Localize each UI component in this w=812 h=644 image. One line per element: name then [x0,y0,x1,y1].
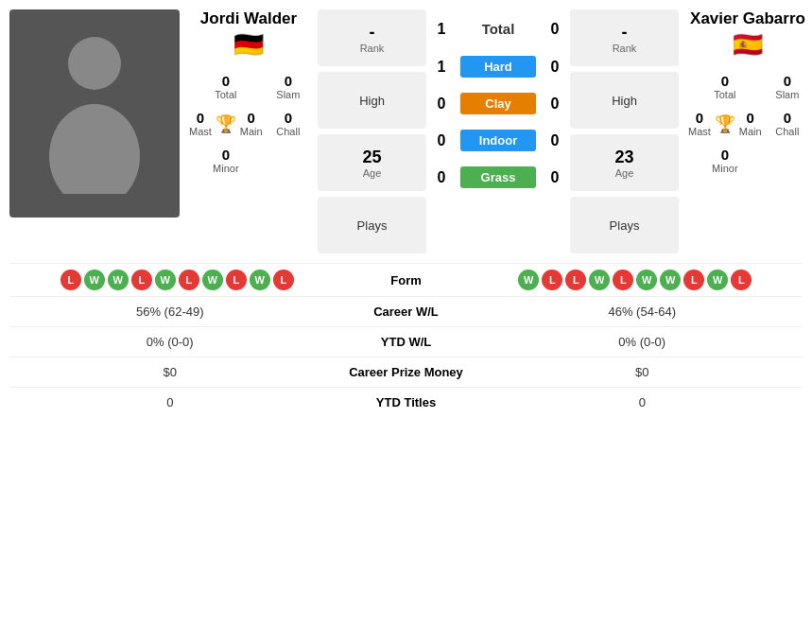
stats-right-2: $0 [492,365,794,379]
clay-badge: Clay [460,93,536,114]
form-badge-w: W [589,270,610,290]
form-badge-l: L [179,270,199,290]
stats-right-3: 0 [492,395,794,409]
left-plays-label: Plays [357,218,388,233]
right-plays-box: Plays [570,197,679,253]
right-slam-value: 0 [768,73,807,89]
left-high-box: High [318,72,426,129]
stats-row-2: $0 Career Prize Money $0 [9,357,803,387]
left-main-label: Main [240,126,263,137]
right-rank-label: Rank [613,43,637,54]
form-label: Form [345,273,468,287]
left-slam-value: 0 [268,73,308,89]
right-player-flag: 🇪🇸 [733,30,763,60]
form-badge-l: L [131,270,152,290]
grass-badge: Grass [460,166,536,188]
grass-score-row: 0 Grass 0 [432,166,564,188]
left-age-value: 25 [362,148,381,167]
left-high-label: High [359,94,385,108]
indoor-score-row: 0 Indoor 0 [432,130,564,151]
left-hard-score: 1 [432,59,451,76]
indoor-badge: Indoor [460,130,536,151]
right-age-value: 23 [614,148,633,167]
form-badge-w: W [108,270,129,290]
form-badge-l: L [542,270,562,290]
left-rank-box: - Rank [318,9,426,66]
right-indoor-score: 0 [545,132,564,149]
left-total-value: 0 [189,73,263,89]
right-total-score: 0 [545,21,564,38]
form-badge-l: L [731,270,752,290]
form-badge-l: L [226,270,247,290]
hard-score-row: 1 Hard 0 [432,56,564,78]
stats-right-0: 46% (54-64) [492,305,794,319]
right-form-badges: WLLWLWWLWL [468,270,803,290]
form-badge-l: L [565,270,586,290]
left-rank-value: - [370,23,375,43]
stats-label-2: Career Prize Money [321,365,492,379]
right-hard-score: 0 [545,59,564,76]
main-container: Jordi Walder 🇩🇪 0 Total 0 Slam 0 Mast [0,0,812,426]
right-total-label: Total [688,89,762,100]
right-grass-score: 0 [545,169,564,186]
right-high-box: High [570,72,679,129]
left-player-photo [9,9,180,218]
left-minor-label: Minor [189,163,263,174]
right-plays-label: Plays [610,218,640,233]
stats-left-2: $0 [19,365,321,379]
form-badge-w: W [202,270,223,290]
right-mast-label: Mast [688,126,711,137]
right-slam-label: Slam [768,89,807,100]
right-main-value: 0 [739,110,762,126]
left-minor-value: 0 [189,147,263,163]
right-age-label: Age [615,167,634,179]
clay-score-row: 0 Clay 0 [432,93,564,114]
stats-label-1: YTD W/L [321,335,492,349]
total-score-row: 1 Total 0 [432,17,564,41]
stats-left-0: 56% (62-49) [19,305,321,319]
right-player-name: Xavier Gabarro [690,9,805,28]
right-total-value: 0 [688,73,762,89]
stats-row-3: 0 YTD Titles 0 [9,387,803,417]
total-label: Total [460,17,536,41]
left-grass-score: 0 [432,169,451,186]
right-main-label: Main [739,126,762,137]
stats-row-1: 0% (0-0) YTD W/L 0% (0-0) [9,326,803,357]
right-rank-box: - Rank [570,9,679,66]
right-clay-score: 0 [545,96,564,113]
left-total-score: 1 [432,21,451,38]
right-minor-label: Minor [688,163,762,174]
stats-right-1: 0% (0-0) [492,335,794,349]
right-mast-value: 0 [688,110,711,126]
right-high-label: High [612,94,637,108]
form-badge-w: W [518,270,539,290]
left-age-label: Age [363,167,382,179]
left-total-label: Total [189,89,263,100]
form-badge-w: W [707,270,728,290]
right-chall-value: 0 [768,110,807,126]
right-rank-value: - [622,23,628,43]
form-badge-w: W [660,270,681,290]
svg-point-1 [49,104,140,194]
stats-left-1: 0% (0-0) [19,335,321,349]
stats-label-0: Career W/L [321,305,492,319]
form-badge-l: L [613,270,633,290]
stats-row-0: 56% (62-49) Career W/L 46% (54-64) [9,296,803,326]
left-age-box: 25 Age [318,134,426,191]
form-section: LWWLWLWLWL Form WLLWLWWLWL [9,263,803,296]
right-age-box: 23 Age [570,134,679,191]
svg-point-0 [68,37,121,90]
stats-label-3: YTD Titles [321,395,492,409]
form-badge-l: L [60,270,81,290]
left-chall-label: Chall [268,126,308,137]
left-chall-value: 0 [268,110,308,126]
left-player-name: Jordi Walder [200,9,297,28]
form-badge-w: W [84,270,105,290]
hard-badge: Hard [460,56,536,78]
left-mast-value: 0 [189,110,212,126]
form-badge-w: W [250,270,270,290]
form-badge-w: W [636,270,657,290]
left-player-flag: 🇩🇪 [233,30,264,60]
right-chall-label: Chall [768,126,807,137]
form-badge-l: L [683,270,704,290]
